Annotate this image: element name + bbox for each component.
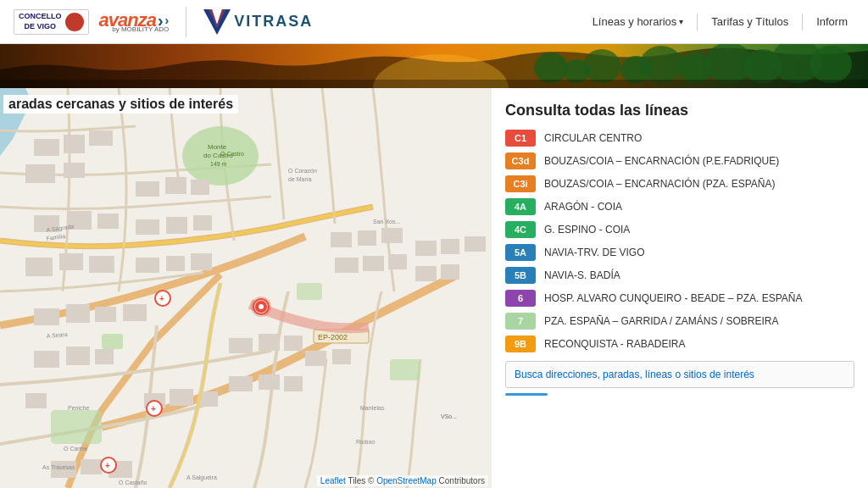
list-item[interactable]: 4CG. ESPINO - COIA [505, 221, 854, 238]
leaflet-link[interactable]: Leaflet [320, 476, 346, 485]
svg-text:A Salgueira: A Salgueira [186, 474, 217, 481]
hero-banner [0, 44, 868, 88]
lines-list: C1CIRCULAR CENTROC3dBOUZAS/COIA – ENCARN… [505, 130, 854, 352]
line-badge: 5B [505, 267, 536, 284]
search-box[interactable]: Busca direcciones, paradas, líneas o sit… [505, 361, 854, 388]
svg-rect-75 [441, 264, 459, 280]
svg-rect-63 [305, 351, 326, 366]
svg-rect-68 [335, 258, 359, 273]
svg-rect-20 [102, 334, 123, 349]
map-attribution: Leaflet Tiles © OpenStreetMap Contributo… [317, 475, 488, 486]
concello-text-line2: DE VIGO [24, 23, 56, 31]
lineas-nav-link[interactable]: Líneas y horarios ▾ [586, 12, 691, 31]
svg-point-5 [583, 49, 620, 83]
panel-title: Consulta todas las líneas [505, 102, 854, 119]
line-badge: C3d [505, 152, 536, 169]
svg-rect-59 [284, 336, 303, 351]
list-item[interactable]: 4AARAGÓN - COIA [505, 198, 854, 215]
svg-marker-0 [203, 9, 231, 35]
line-badge: 9B [505, 336, 536, 352]
dropdown-chevron-icon: ▾ [679, 17, 683, 26]
svg-rect-73 [465, 236, 486, 252]
svg-text:+: + [151, 404, 156, 413]
map-title: aradas cercanas y sitios de interés [3, 95, 238, 114]
svg-rect-42 [191, 253, 212, 270]
nav-divider-2 [802, 14, 803, 30]
line-badge: 4C [505, 221, 536, 238]
line-badge: 4A [505, 198, 536, 215]
tarifas-nav-link[interactable]: Tarifas y Títulos [704, 12, 795, 31]
line-badge: C3i [505, 175, 536, 192]
svg-rect-72 [441, 239, 459, 254]
svg-point-3 [534, 53, 568, 83]
svg-text:O Corazón: O Corazón [288, 168, 317, 174]
svg-rect-21 [297, 283, 322, 300]
osm-link[interactable]: OpenStreetMap [376, 476, 437, 485]
svg-text:Mantelas: Mantelas [360, 405, 385, 411]
svg-rect-64 [332, 349, 351, 364]
avanza-sub-text: by MOBILITY ADO [99, 26, 170, 33]
svg-text:149 m: 149 m [210, 161, 227, 167]
svg-rect-30 [97, 214, 119, 229]
list-item[interactable]: 5ANAVIA-TRV. DE VIGO [505, 244, 854, 261]
svg-rect-26 [25, 164, 55, 183]
list-item[interactable]: C3dBOUZAS/COIA – ENCARNACIÓN (P.E.FADRIQ… [505, 152, 854, 169]
list-item[interactable]: C3iBOUZAS/COIA – ENCARNACIÓN (PZA. ESPAÑ… [505, 175, 854, 192]
svg-rect-56 [199, 391, 218, 407]
svg-text:San Xos...: San Xos... [373, 219, 400, 225]
header-logos: CONCELLO DE VIGO avanza › › by MOBILITY … [14, 7, 313, 37]
nav-divider-1 [697, 14, 698, 30]
svg-rect-52 [81, 459, 102, 474]
map-svg[interactable]: Monte do Castro 149 m [0, 88, 492, 488]
svg-rect-31 [25, 258, 53, 276]
line-name: NAVIA-TRV. DE VIGO [544, 247, 644, 258]
svg-rect-34 [136, 181, 159, 197]
svg-text:O Castro: O Castro [220, 151, 244, 157]
svg-rect-47 [34, 351, 59, 368]
line-name: G. ESPINO - COIA [544, 224, 630, 236]
line-name: PZA. ESPAÑA – GARRIDA / ZAMÁNS / SOBREIR… [544, 315, 779, 327]
concello-text-line1: CONCELLO [19, 13, 62, 21]
svg-rect-46 [123, 304, 147, 321]
search-underline [505, 393, 548, 396]
line-name: BOUZAS/COIA – ENCARNACIÓN (P.E.FADRIQUE) [544, 155, 779, 167]
svg-rect-23 [34, 139, 59, 156]
svg-rect-22 [390, 359, 420, 380]
svg-rect-33 [89, 256, 114, 273]
svg-text:As Travesas: As Travesas [42, 464, 75, 470]
list-item[interactable]: C1CIRCULAR CENTRO [505, 130, 854, 147]
svg-rect-70 [388, 254, 407, 269]
line-name: CIRCULAR CENTRO [544, 132, 642, 144]
avanza-logo: avanza › › by MOBILITY ADO [99, 11, 170, 33]
svg-rect-19 [51, 410, 102, 444]
svg-rect-74 [415, 266, 437, 281]
svg-rect-39 [193, 215, 212, 230]
svg-text:+: + [105, 461, 110, 470]
line-badge: C1 [505, 130, 536, 147]
svg-rect-57 [229, 338, 253, 353]
svg-rect-36 [191, 180, 209, 195]
line-name: RECONQUISTA - RABADEIRA [544, 338, 685, 350]
list-item[interactable]: 7PZA. ESPAÑA – GARRIDA / ZAMÁNS / SOBREI… [505, 313, 854, 330]
svg-rect-60 [229, 376, 253, 391]
list-item[interactable]: 9BRECONQUISTA - RABADEIRA [505, 336, 854, 352]
right-panel: Consulta todas las líneas C1CIRCULAR CEN… [492, 88, 868, 488]
inform-nav-link[interactable]: Inform [810, 12, 854, 31]
svg-rect-49 [95, 349, 114, 364]
list-item[interactable]: 5BNAVIA-S. BADÍA [505, 267, 854, 284]
svg-text:Rioboo: Rioboo [356, 439, 375, 445]
svg-text:de María: de María [288, 176, 312, 182]
svg-text:EP-2002: EP-2002 [318, 333, 348, 341]
avanza-double-arrow-icon: › [165, 14, 170, 26]
line-name: NAVIA-S. BADÍA [544, 269, 620, 281]
svg-rect-40 [136, 258, 159, 273]
vitrasa-logo: VITRASA [203, 9, 313, 35]
logo-divider [186, 7, 186, 37]
svg-rect-43 [34, 308, 59, 325]
svg-rect-37 [136, 219, 159, 235]
svg-text:+: + [159, 294, 164, 303]
svg-rect-35 [165, 177, 186, 194]
list-item[interactable]: 6HOSP. ALVARO CUNQUEIRO - BEADE – PZA. E… [505, 290, 854, 307]
svg-rect-55 [170, 389, 193, 406]
vitrasa-text: VITRASA [234, 13, 313, 30]
